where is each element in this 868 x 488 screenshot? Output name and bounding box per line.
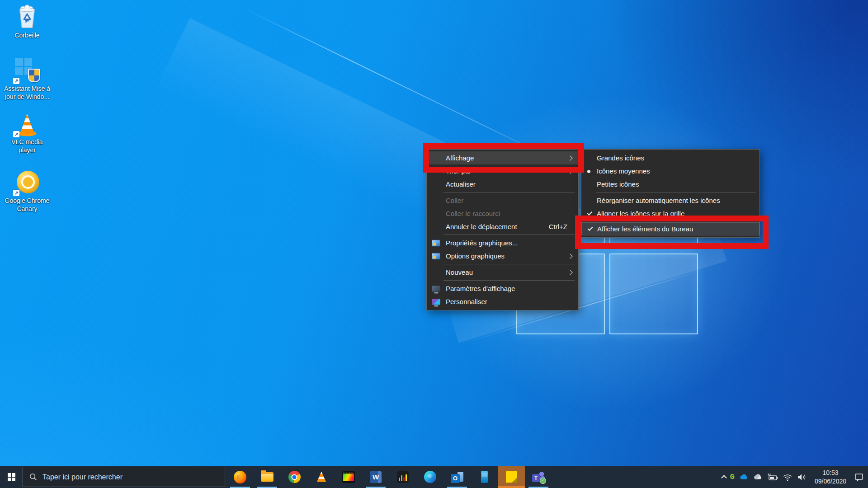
desktop-icon-chrome-canary[interactable]: ↗ Google Chrome Canary [4,170,51,213]
menu-item-shortcut: Ctrl+Z [549,223,567,230]
taskbar-app-your-phone[interactable] [471,466,498,488]
taskbar-app-outlook[interactable] [443,466,471,488]
menu-item-label: Actualiser [446,180,476,188]
recycle-bin-icon [14,5,40,30]
menu-item-label: Nouveau [446,268,473,276]
teams-icon [532,471,545,483]
chevron-right-icon [567,155,572,160]
battery-charging-icon[interactable] [767,473,778,482]
menu-item-label: Afficher les éléments du Bureau [597,225,693,233]
menu-item-parametres-affichage[interactable]: Paramètres d'affichage [427,282,578,295]
menu-item-label: Affichage [446,154,474,162]
menu-item-label: Personnaliser [446,298,487,305]
menu-item-options-graphiques[interactable]: Options graphiques [427,249,578,263]
menu-item-label: Propriétés graphiques... [446,239,518,247]
desktop-icon-label: Corbeille [4,32,51,40]
wallpaper-light-beam [244,8,553,160]
menu-separator [443,192,575,192]
submenu-item-icones-moyennes[interactable]: Icônes moyennes [581,164,760,178]
edge-icon [424,471,436,483]
menu-item-label: Grandes icônes [597,154,644,162]
greenshot-tray-icon[interactable]: G [730,473,735,481]
equalizer-app-icon [397,471,409,483]
chevron-right-icon [567,169,572,174]
vlc-cone-icon: ↗ [14,111,40,136]
desktop-icon-recycle-bin[interactable]: Corbeille [4,5,51,40]
menu-item-coller: Coller [427,194,578,207]
personalize-icon [432,299,440,305]
outlook-icon [451,471,463,483]
your-phone-icon [481,471,488,483]
checkmark-icon [587,210,592,215]
chrome-icon [288,471,301,483]
desktop-icon-label: Google Chrome Canary [4,197,51,213]
menu-item-label: Aligner les icônes sur la grille [597,210,684,217]
desktop-icon-update-assistant[interactable]: ↗ Assistant Mise à jour de Windo... [4,58,51,101]
windows-update-assistant-icon: ↗ [14,58,40,83]
menu-item-annuler-le-deplacement[interactable]: Annuler le déplacement Ctrl+Z [427,220,578,233]
onedrive-blue-cloud-icon[interactable] [739,472,749,482]
shortcut-arrow-icon: ↗ [13,190,19,196]
taskbar-app-chrome[interactable] [281,466,308,488]
desktop[interactable]: Corbeille ↗ Assistant Mise à jour de Win… [0,0,868,488]
menu-separator [443,264,575,264]
menu-item-affichage[interactable]: Affichage [427,151,578,164]
video-app-icon [342,471,355,483]
menu-item-proprietes-graphiques[interactable]: Propriétés graphiques... [427,236,578,249]
system-tray: G [722,466,868,488]
onedrive-gray-cloud-icon[interactable] [753,472,763,482]
submenu-item-reorganiser-automatiquement[interactable]: Réorganiser automatiquement les icônes [581,194,760,207]
search-placeholder: Taper ici pour rechercher [42,473,123,481]
menu-item-label: Réorganiser automatiquement les icônes [597,197,720,204]
desktop-icon-vlc[interactable]: ↗ VLC media player [4,111,51,154]
desktop-icon-label: VLC media player [4,138,51,154]
menu-separator [443,280,575,281]
menu-item-label: Annuler le déplacement [446,223,517,230]
menu-item-label: Trier par [446,167,471,175]
submenu-item-aligner-sur-grille[interactable]: Aligner les icônes sur la grille [581,207,760,220]
hidden-icons-chevron[interactable] [721,475,727,481]
taskbar-app-file-explorer[interactable] [254,466,281,488]
taskbar-app-vlc[interactable] [308,466,335,488]
start-button[interactable] [0,466,23,488]
taskbar-app-teams[interactable] [525,466,552,488]
menu-item-personnaliser[interactable]: Personnaliser [427,295,578,308]
clock-date: 09/06/2020 [815,477,846,485]
clock[interactable]: 10:53 09/06/2020 [811,469,849,485]
taskbar-app-word[interactable]: W [362,466,389,488]
shortcut-arrow-icon: ↗ [13,131,19,137]
menu-item-actualiser[interactable]: Actualiser [427,178,578,191]
graphics-properties-icon [432,239,440,246]
graphics-options-icon [432,253,440,259]
submenu-item-afficher-elements-bureau[interactable]: Afficher les éléments du Bureau [581,222,760,235]
radio-selected-icon [587,170,590,173]
menu-item-trier-par[interactable]: Trier par [427,164,578,178]
taskbar-search[interactable]: Taper ici pour rechercher [23,467,225,487]
affichage-submenu: Grandes icônes Icônes moyennes Petites i… [581,149,760,238]
taskbar-app-equalizer[interactable] [389,466,416,488]
search-icon [29,473,38,481]
windows-start-icon [8,473,15,481]
volume-icon[interactable] [797,473,807,482]
submenu-item-grandes-icones[interactable]: Grandes icônes [581,151,760,164]
desktop-icon-label: Assistant Mise à jour de Windo... [4,85,51,101]
menu-item-nouveau[interactable]: Nouveau [427,266,578,279]
file-explorer-icon [261,472,274,482]
action-center-icon[interactable] [854,472,864,482]
taskbar-app-edge[interactable] [416,466,443,488]
taskbar-app-video[interactable] [335,466,362,488]
wifi-icon[interactable] [783,473,793,482]
checkmark-icon [587,225,593,230]
desktop-context-menu: Affichage Trier par Actualiser Coller Co… [426,149,579,310]
clock-time: 10:53 [815,469,846,477]
submenu-item-petites-icones[interactable]: Petites icônes [581,178,760,191]
menu-item-label: Petites icônes [597,180,639,188]
active-indicator [498,486,525,488]
chevron-right-icon [567,270,572,275]
taskbar-app-firefox[interactable] [226,466,254,488]
taskbar-app-sticky-notes[interactable] [498,466,525,488]
taskbar: Taper ici pour rechercher W [0,466,868,488]
wallpaper-logo-pane [609,253,698,334]
word-icon: W [370,471,382,483]
vlc-icon [316,471,327,483]
